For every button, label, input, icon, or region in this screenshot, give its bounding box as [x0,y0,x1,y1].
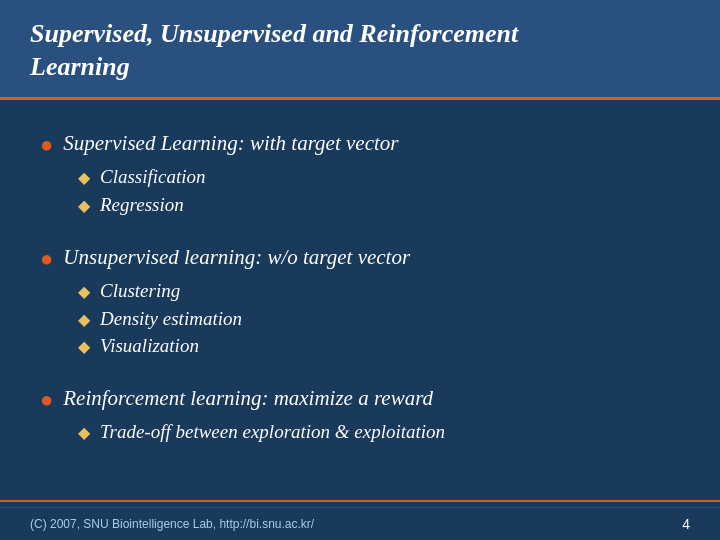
bullet-dot-supervised: ● [40,132,53,158]
section-unsupervised: ● Unsupervised learning: w/o target vect… [40,244,680,359]
sub-text-visualization: Visualization [100,333,199,359]
footer-copyright: (C) 2007, SNU Biointelligence Lab, http:… [30,517,314,531]
slide-title: Supervised, Unsupervised and Reinforceme… [30,18,690,83]
sub-bullet-visualization: ◆ Visualization [78,333,680,359]
sub-bullet-classification: ◆ Classification [78,164,680,190]
sub-dot-6: ◆ [78,423,90,442]
sub-text-classification: Classification [100,164,206,190]
sub-dot-3: ◆ [78,282,90,301]
title-line1: Supervised, Unsupervised and Reinforceme… [30,19,518,48]
content-area: ● Supervised Learning: with target vecto… [0,100,720,507]
main-bullet-supervised: ● Supervised Learning: with target vecto… [40,130,680,158]
sub-bullets-supervised: ◆ Classification ◆ Regression [78,164,680,217]
sub-dot-2: ◆ [78,196,90,215]
sub-bullet-tradeoff: ◆ Trade-off between exploration & exploi… [78,419,680,445]
sub-bullet-density: ◆ Density estimation [78,306,680,332]
sub-dot-5: ◆ [78,337,90,356]
sub-bullets-unsupervised: ◆ Clustering ◆ Density estimation ◆ Visu… [78,278,680,359]
title-area: Supervised, Unsupervised and Reinforceme… [0,0,720,100]
footer-divider [0,500,720,502]
main-bullet-unsupervised: ● Unsupervised learning: w/o target vect… [40,244,680,272]
sub-bullet-clustering: ◆ Clustering [78,278,680,304]
main-bullet-text-supervised: Supervised Learning: with target vector [63,130,398,157]
sub-bullet-regression: ◆ Regression [78,192,680,218]
slide: Supervised, Unsupervised and Reinforceme… [0,0,720,540]
sub-text-regression: Regression [100,192,184,218]
main-bullet-text-unsupervised: Unsupervised learning: w/o target vector [63,244,410,271]
sub-bullets-reinforcement: ◆ Trade-off between exploration & exploi… [78,419,680,445]
section-reinforcement: ● Reinforcement learning: maximize a rew… [40,385,680,445]
footer-page-number: 4 [682,516,690,532]
sub-text-clustering: Clustering [100,278,180,304]
sub-dot-4: ◆ [78,310,90,329]
section-supervised: ● Supervised Learning: with target vecto… [40,130,680,218]
title-line2: Learning [30,52,130,81]
sub-dot-1: ◆ [78,168,90,187]
main-bullet-text-reinforcement: Reinforcement learning: maximize a rewar… [63,385,433,412]
main-bullet-reinforcement: ● Reinforcement learning: maximize a rew… [40,385,680,413]
bullet-dot-reinforcement: ● [40,387,53,413]
sub-text-tradeoff: Trade-off between exploration & exploita… [100,419,445,445]
bullet-dot-unsupervised: ● [40,246,53,272]
sub-text-density: Density estimation [100,306,242,332]
footer-area: (C) 2007, SNU Biointelligence Lab, http:… [0,507,720,540]
